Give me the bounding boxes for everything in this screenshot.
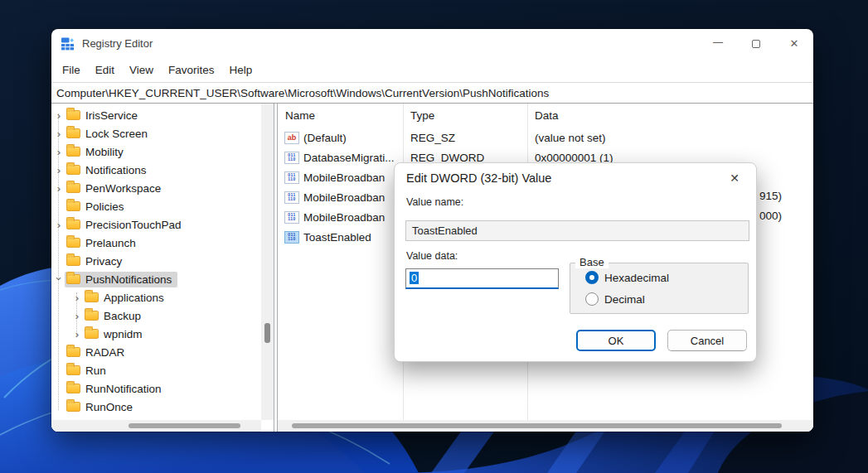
menu-item-view[interactable]: View: [122, 60, 161, 80]
base-group-box: Base Hexadecimal Decimal: [570, 263, 749, 314]
tree-item-runonce[interactable]: ›RunOnce: [51, 398, 261, 416]
tree-item-content[interactable]: Prelaunch: [65, 235, 142, 251]
column-header-type[interactable]: Type: [403, 106, 527, 128]
value-data-fragment: 000): [759, 210, 782, 222]
folder-icon: [66, 384, 80, 393]
chevron-right-icon[interactable]: ›: [53, 128, 65, 140]
value-name-text: MobileBroadban: [303, 211, 385, 224]
menu-item-file[interactable]: File: [55, 60, 88, 80]
tree-item-lock-screen[interactable]: ›Lock Screen: [51, 124, 261, 142]
column-header-data[interactable]: Data: [527, 106, 813, 128]
value-data-input[interactable]: 0: [405, 268, 559, 289]
tree-item-runnotification[interactable]: ›RunNotification: [51, 379, 261, 398]
scrollbar-thumb[interactable]: [292, 423, 782, 428]
value-name-field[interactable]: ToastEnabled: [405, 220, 749, 241]
chevron-right-icon[interactable]: ›: [71, 292, 83, 304]
chevron-right-icon[interactable]: ›: [71, 328, 83, 340]
tree-item-precisiontouchpad[interactable]: ›PrecisionTouchPad: [51, 215, 261, 234]
folder-icon: [66, 238, 80, 248]
tree-item-content[interactable]: PushNotifications: [65, 272, 177, 287]
folder-icon: [66, 201, 80, 211]
list-horizontal-scrollbar[interactable]: [278, 420, 813, 432]
tree-item-backup[interactable]: ›Backup: [51, 306, 261, 325]
value-name-label: Value name:: [406, 196, 463, 208]
tree-item-penworkspace[interactable]: ›PenWorkspace: [51, 179, 261, 197]
tree-item-privacy[interactable]: ›Privacy: [51, 252, 261, 270]
tree-item-label: RunNotification: [85, 383, 162, 395]
chevron-right-icon[interactable]: ›: [53, 109, 65, 122]
tree-item-content[interactable]: RunNotification: [65, 381, 167, 397]
menu-item-edit[interactable]: Edit: [88, 60, 122, 80]
cancel-button[interactable]: Cancel: [667, 330, 747, 351]
scrollbar-thumb[interactable]: [264, 323, 270, 343]
folder-icon: [66, 256, 80, 266]
radio-decimal[interactable]: Decimal: [585, 292, 645, 306]
tree-item-content[interactable]: Policies: [65, 199, 130, 215]
tree-item-radar[interactable]: ›RADAR: [51, 343, 261, 361]
registry-tree-pane: ›IrisService›Lock Screen›Mobility›Notifi…: [51, 104, 274, 432]
tree-item-content[interactable]: Applications: [83, 290, 170, 306]
tree-item-mobility[interactable]: ›Mobility: [51, 142, 261, 161]
minimize-button[interactable]: —: [699, 29, 737, 58]
tree-item-policies[interactable]: ›Policies: [51, 197, 261, 215]
chevron-right-icon[interactable]: ›: [53, 146, 65, 158]
ok-button[interactable]: OK: [576, 330, 656, 351]
menu-item-favorites[interactable]: Favorites: [161, 60, 222, 80]
chevron-right-icon[interactable]: ›: [53, 219, 65, 231]
chevron-expanded-icon[interactable]: ›: [53, 273, 65, 284]
tree-item-irisservice[interactable]: ›IrisService: [51, 106, 261, 124]
value-name-cell[interactable]: 011110ToastEnabled: [278, 231, 403, 244]
tree-item-notifications[interactable]: ›Notifications: [51, 161, 261, 179]
chevron-right-icon[interactable]: ›: [53, 164, 65, 176]
string-value-icon: ab: [284, 132, 299, 144]
chevron-right-icon[interactable]: ›: [53, 182, 65, 195]
tree-item-content[interactable]: RADAR: [65, 345, 130, 360]
tree-vertical-scrollbar[interactable]: [261, 104, 274, 420]
value-name-cell[interactable]: ab(Default): [278, 132, 403, 144]
address-bar[interactable]: Computer\HKEY_CURRENT_USER\Software\Micr…: [51, 82, 813, 104]
column-header-name[interactable]: Name: [278, 106, 403, 128]
maximize-button[interactable]: [737, 29, 775, 58]
dword-value-icon: 011110: [284, 211, 299, 224]
tree-item-content[interactable]: IrisService: [65, 108, 143, 123]
value-type-cell: REG_SZ: [403, 132, 527, 144]
radio-hexadecimal[interactable]: Hexadecimal: [585, 271, 669, 284]
minimize-icon: —: [713, 36, 723, 48]
tree-horizontal-scrollbar[interactable]: [51, 420, 261, 432]
tree-item-content[interactable]: wpnidm: [83, 326, 148, 342]
radio-decimal-label: Decimal: [604, 293, 645, 306]
tree-item-content[interactable]: Mobility: [65, 144, 129, 160]
tree-item-content[interactable]: Lock Screen: [65, 126, 153, 142]
tree-item-applications[interactable]: ›Applications: [51, 288, 261, 306]
tree-item-content[interactable]: RunOnce: [65, 399, 138, 415]
menu-item-help[interactable]: Help: [222, 60, 260, 80]
tree-item-content[interactable]: PrecisionTouchPad: [65, 217, 187, 233]
folder-icon: [66, 110, 80, 120]
tree-item-label: wpnidm: [104, 328, 143, 340]
tree-item-prelaunch[interactable]: ›Prelaunch: [51, 234, 261, 252]
value-name-cell[interactable]: 011110MobileBroadban: [278, 211, 403, 224]
tree-item-content[interactable]: Run: [65, 363, 112, 379]
dword-value-icon: 011110: [284, 171, 299, 184]
tree-item-wpnidm[interactable]: ›wpnidm: [51, 325, 261, 343]
close-button[interactable]: ✕: [775, 29, 813, 58]
value-row--default-[interactable]: ab(Default)REG_SZ(value not set): [278, 128, 813, 147]
window-title: Registry Editor: [82, 37, 699, 50]
tree-item-run[interactable]: ›Run: [51, 361, 261, 379]
tree-item-content[interactable]: PenWorkspace: [65, 181, 167, 196]
folder-icon: [66, 220, 80, 229]
chevron-right-icon[interactable]: ›: [71, 310, 83, 322]
tree-item-content[interactable]: Notifications: [65, 162, 153, 178]
tree-item-pushnotifications[interactable]: ›PushNotifications: [51, 270, 261, 288]
folder-icon: [85, 292, 99, 302]
dialog-close-button[interactable]: ✕: [726, 170, 743, 186]
value-name-cell[interactable]: 011110MobileBroadban: [278, 191, 403, 204]
tree-item-content[interactable]: Backup: [83, 308, 147, 324]
value-name-cell[interactable]: 011110DatabaseMigrati...: [278, 152, 403, 164]
folder-icon: [66, 128, 80, 138]
scrollbar-thumb[interactable]: [129, 423, 240, 428]
value-data-fragment: 915): [759, 190, 782, 202]
tree-item-label: PenWorkspace: [85, 182, 161, 195]
value-name-cell[interactable]: 011110MobileBroadban: [278, 171, 403, 184]
tree-item-content[interactable]: Privacy: [65, 253, 128, 269]
